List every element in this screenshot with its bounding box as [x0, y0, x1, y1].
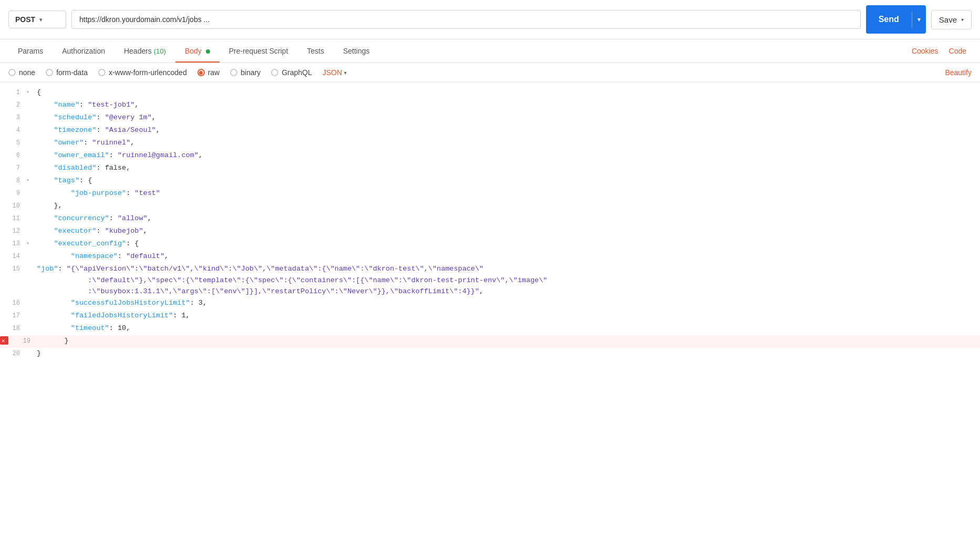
- cookies-link[interactable]: Cookies: [906, 39, 944, 63]
- code-editor: 1 ▾ { 2 "name": "test-job1", 3 "schedule…: [0, 82, 980, 365]
- tab-bar: Params Authorization Headers (10) Body P…: [0, 39, 980, 63]
- option-form-data[interactable]: form-data: [46, 68, 88, 77]
- editor-line: 20 }: [0, 348, 980, 360]
- editor-line: 13 ▾ "executor_config": {: [0, 238, 980, 251]
- option-graphql[interactable]: GraphQL: [271, 68, 312, 77]
- send-label: Send: [866, 10, 912, 29]
- body-options-bar: none form-data x-www-form-urlencoded raw…: [0, 63, 980, 82]
- format-selector[interactable]: JSON ▾: [322, 68, 347, 77]
- editor-line: 14 "namespace": "default",: [0, 251, 980, 263]
- option-urlencoded[interactable]: x-www-form-urlencoded: [98, 68, 187, 77]
- format-chevron: ▾: [344, 70, 347, 76]
- option-none[interactable]: none: [8, 68, 35, 77]
- editor-line: 2 "name": "test-job1",: [0, 99, 980, 112]
- method-chevron: ▾: [39, 17, 42, 23]
- radio-binary[interactable]: [230, 69, 237, 76]
- body-dot: [206, 49, 210, 54]
- format-label: JSON: [322, 68, 342, 77]
- editor-line: 16 "successfulJobsHistoryLimit": 3,: [0, 297, 980, 310]
- error-icon: ✕: [0, 335, 11, 345]
- tab-settings[interactable]: Settings: [333, 39, 379, 63]
- method-label: POST: [15, 15, 35, 24]
- editor-line: 7 "disabled": false,: [0, 162, 980, 175]
- option-raw[interactable]: raw: [197, 68, 220, 77]
- radio-graphql[interactable]: [271, 69, 278, 76]
- tab-body[interactable]: Body: [175, 39, 220, 63]
- editor-line: 4 "timezone": "Asia/Seoul",: [0, 125, 980, 137]
- tab-tests[interactable]: Tests: [298, 39, 334, 63]
- tab-headers[interactable]: Headers (10): [114, 39, 175, 63]
- radio-urlencoded[interactable]: [98, 69, 106, 76]
- option-binary[interactable]: binary: [230, 68, 260, 77]
- editor-line: 18 "timeout": 10,: [0, 323, 980, 335]
- send-button[interactable]: Send ▾: [866, 5, 926, 34]
- radio-raw[interactable]: [197, 69, 205, 76]
- editor-line: 5 "owner": "ruinnel",: [0, 137, 980, 150]
- save-chevron: ▾: [961, 17, 964, 23]
- editor-line: 12 "executor": "kubejob",: [0, 225, 980, 238]
- editor-line: 11 "concurrency": "allow",: [0, 213, 980, 225]
- url-input[interactable]: [71, 10, 861, 29]
- svg-text:✕: ✕: [2, 338, 5, 344]
- editor-line: 15 "job": "{\"apiVersion\":\"batch/v1\",…: [0, 263, 980, 297]
- editor-line: 9 "job-purpose": "test": [0, 188, 980, 200]
- editor-line-error: ✕ 19 }: [0, 335, 980, 348]
- editor-line: 8 ▾ "tags": {: [0, 175, 980, 188]
- tab-params[interactable]: Params: [8, 39, 53, 63]
- save-button[interactable]: Save ▾: [931, 10, 972, 29]
- editor-line: 1 ▾ {: [0, 87, 980, 99]
- save-label: Save: [939, 15, 957, 24]
- radio-form-data[interactable]: [46, 69, 53, 76]
- send-chevron: ▾: [912, 12, 926, 28]
- code-link[interactable]: Code: [944, 39, 972, 63]
- method-selector[interactable]: POST ▾: [8, 11, 66, 28]
- top-bar: POST ▾ Send ▾ Save ▾: [0, 0, 980, 39]
- editor-line: 3 "schedule": "@every 1m",: [0, 112, 980, 125]
- tab-authorization[interactable]: Authorization: [53, 39, 114, 63]
- editor-line: 17 "failedJobsHistoryLimit": 1,: [0, 310, 980, 323]
- radio-none[interactable]: [8, 69, 16, 76]
- beautify-button[interactable]: Beautify: [945, 68, 972, 77]
- editor-line: 10 },: [0, 200, 980, 213]
- editor-line: 6 "owner_email": "ruinnel@gmail.com",: [0, 150, 980, 162]
- tab-pre-request[interactable]: Pre-request Script: [220, 39, 298, 63]
